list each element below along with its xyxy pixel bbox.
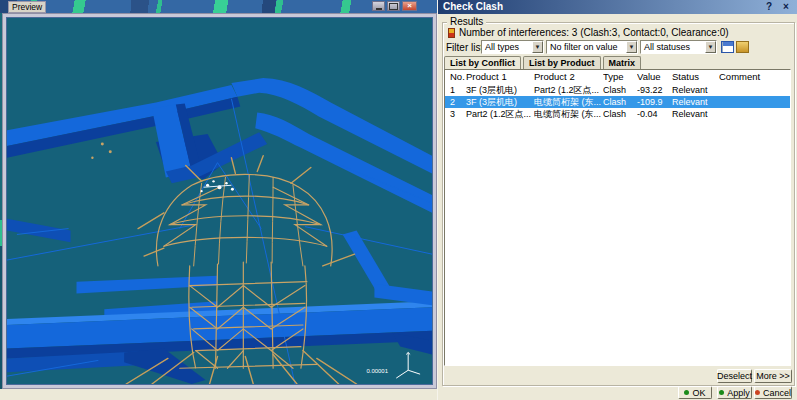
preview-3d-scene: 0.00001 [7,18,432,384]
help-icon[interactable]: ? [763,1,775,13]
apply-button[interactable]: Apply [717,386,752,399]
axis-scale-label: 0.00001 [366,368,388,374]
dialog-title: Check Clash [443,1,503,12]
cancel-button[interactable]: Cancel [754,386,792,399]
apply-bullet-icon [719,390,724,395]
tab-list-by-conflict[interactable]: List by Conflict [444,56,521,70]
preview-window: 0.00001 [2,13,437,389]
dialog-titlebar[interactable]: Check Clash ? × [438,0,797,14]
ok-bullet-icon [684,390,689,395]
column-header-status[interactable]: Status [672,70,719,84]
preview-3d-viewport[interactable]: 0.00001 [6,17,433,385]
interference-icon [448,28,455,38]
more-button[interactable]: More >> [754,369,792,383]
filter-list-label: Filter list: [446,42,486,53]
export-icon[interactable] [736,41,749,53]
chevron-down-icon[interactable]: ▼ [705,41,716,53]
check-clash-dialog: Check Clash ? × Results Number of interf… [437,0,797,400]
tab-matrix[interactable]: Matrix [603,56,642,69]
filter-types-dropdown[interactable]: All types ▼ [481,40,544,54]
application-root: Preview × [0,0,797,400]
column-header-type[interactable]: Type [603,70,637,84]
preview-window-title: Preview [8,1,46,13]
close-icon[interactable]: × [402,1,417,11]
deselect-button[interactable]: Deselect [717,369,752,383]
chevron-down-icon[interactable]: ▼ [532,41,543,53]
results-window-icon[interactable] [721,41,734,53]
column-header-comment[interactable]: Comment [719,70,790,84]
column-header-product1[interactable]: Product 1 [466,70,534,84]
column-header-value[interactable]: Value [637,70,672,84]
clash-results-table: No. Product 1 Product 2 Type Value Statu… [444,69,791,366]
maximize-icon[interactable] [387,1,400,11]
filter-statuses-dropdown[interactable]: All statuses ▼ [640,40,717,54]
column-header-product2[interactable]: Product 2 [534,70,603,84]
filter-value-dropdown[interactable]: No filter on value ▼ [546,40,638,54]
cancel-bullet-icon [755,390,760,395]
table-row[interactable]: 3 Part2 (1.2区点... 电缆筒桁架 (东... Clash -0.0… [445,108,790,120]
results-group-label: Results [447,16,486,27]
interference-summary: Number of interferences: 3 (Clash:3, Con… [448,27,729,38]
table-row-selected[interactable]: 2 3F (3层机电) 电缆筒桁架 (东... Clash -109.9 Rel… [445,96,790,108]
close-icon[interactable]: × [780,1,792,13]
interference-count-text: Number of interferences: 3 (Clash:3, Con… [459,27,729,38]
tab-list-by-product[interactable]: List by Product [523,56,601,69]
results-tabs: List by Conflict List by Product Matrix [444,56,643,70]
chevron-down-icon[interactable]: ▼ [626,41,637,53]
minimize-icon[interactable] [372,1,385,11]
ok-button[interactable]: OK [678,386,712,399]
preview-titlebar[interactable]: Preview × [0,0,437,13]
column-header-no[interactable]: No. [445,70,466,84]
table-row[interactable]: 1 3F (3层机电) Part2 (1.2区点... Clash -93.22… [445,84,790,96]
table-header-row: No. Product 1 Product 2 Type Value Statu… [445,70,790,84]
